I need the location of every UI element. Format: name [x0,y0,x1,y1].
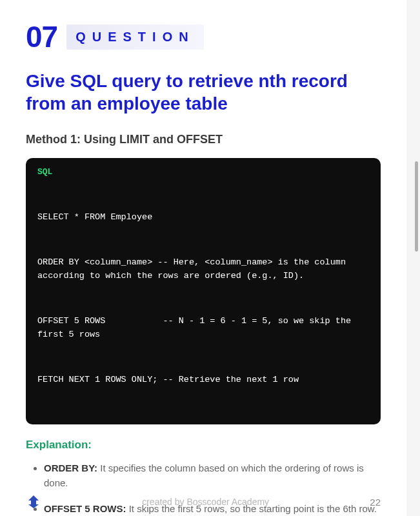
code-line: ORDER BY <column_name> -- Here, <column_… [37,256,369,283]
method-heading: Method 1: Using LIMIT and OFFSET [26,133,381,146]
footer-credit: created by Bosscoder Academy [41,497,370,507]
question-title: Give SQL query to retrieve nth record fr… [26,70,381,115]
code-line: OFFSET 5 ROWS -- N - 1 = 6 - 1 = 5, so w… [37,315,369,341]
document-page: 07 QUESTION Give SQL query to retrieve n… [0,0,406,516]
question-number: 07 [26,19,57,54]
question-header: 07 QUESTION [26,19,381,54]
code-line: SELECT * FROM Employee [37,211,369,224]
explanation-item: ORDER BY: It specifies the column based … [44,461,381,491]
code-block: SQL SELECT * FROM Employee ORDER BY <col… [26,158,381,424]
brand-logo-icon [26,494,41,510]
code-language-label: SQL [37,167,369,177]
page-footer: created by Bosscoder Academy 22 [0,494,406,510]
explanation-term: ORDER BY: [44,462,97,473]
question-label: QUESTION [66,25,203,50]
scrollbar-thumb[interactable] [415,161,418,252]
code-body: SELECT * FROM Employee ORDER BY <column_… [37,184,369,413]
page-number: 22 [370,497,381,508]
code-line: FETCH NEXT 1 ROWS ONLY; -- Retrieve the … [37,373,369,386]
explanation-heading: Explanation: [26,439,381,452]
